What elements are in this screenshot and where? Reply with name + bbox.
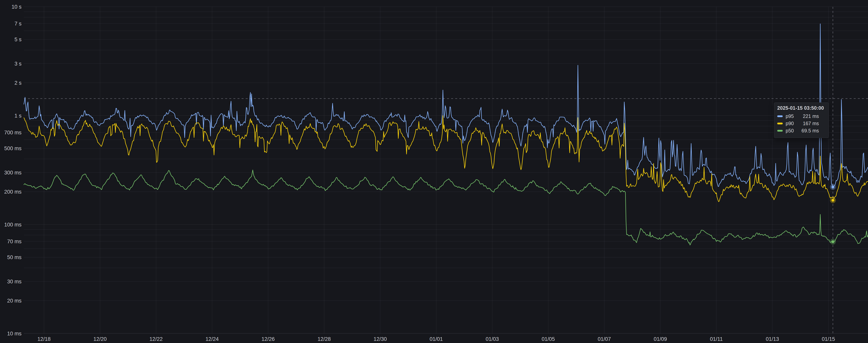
hover-point-p90	[832, 199, 834, 201]
x-axis-tick-label: 12/26	[261, 336, 275, 342]
x-axis-tick-label: 01/13	[766, 336, 779, 342]
y-axis-tick-label: 100 ms	[4, 222, 22, 228]
y-axis-tick-label: 20 ms	[7, 298, 22, 304]
x-axis-tick-label: 12/28	[317, 336, 331, 342]
y-axis-tick-label: 3 s	[14, 61, 22, 67]
y-axis-tick-label: 300 ms	[4, 170, 22, 176]
y-axis-tick-label: 500 ms	[4, 146, 22, 151]
y-axis-tick-label: 1 s	[14, 113, 22, 119]
series-value: 167 ms	[803, 121, 826, 126]
series-marker-p95	[777, 115, 783, 117]
y-axis-tick-label: 70 ms	[7, 239, 22, 244]
series-label: p95	[786, 114, 794, 119]
series-label: p90	[786, 121, 794, 126]
x-axis-tick-label: 01/09	[654, 336, 667, 342]
y-axis-tick-label: 10 s	[11, 4, 22, 10]
y-axis-tick-label: 50 ms	[7, 254, 22, 260]
x-axis-tick-label: 01/11	[710, 336, 723, 342]
series-value: 221 ms	[803, 114, 826, 119]
tooltip-row-p50: p50 69.5 ms	[777, 127, 826, 134]
latency-panel: 10 s7 s5 s3 s2 s1 s700 ms500 ms300 ms200…	[0, 0, 868, 343]
tooltip-row-p90: p90 167 ms	[777, 120, 826, 127]
x-axis-tick-label: 12/24	[206, 336, 219, 342]
series-marker-p50	[777, 130, 783, 132]
series-line-p90	[24, 116, 868, 201]
x-axis-tick-label: 01/15	[822, 336, 835, 342]
x-axis-tick-label: 12/22	[150, 336, 163, 342]
y-axis-tick-label: 10 ms	[7, 331, 22, 337]
x-axis-tick-label: 01/05	[542, 336, 555, 342]
tooltip-row-p95: p95 221 ms	[777, 113, 826, 120]
x-axis-tick-label: 12/18	[37, 336, 51, 342]
x-axis-tick-label: 12/30	[374, 336, 387, 342]
latency-chart[interactable]: 10 s7 s5 s3 s2 s1 s700 ms500 ms300 ms200…	[0, 0, 868, 343]
series-line-p95	[24, 24, 868, 188]
y-axis-tick-label: 200 ms	[4, 189, 22, 195]
x-axis-tick-label: 01/03	[486, 336, 499, 342]
y-axis-tick-label: 2 s	[14, 80, 22, 86]
x-axis-tick-label: 12/20	[94, 336, 107, 342]
y-axis-tick-label: 700 ms	[4, 130, 22, 135]
x-axis-tick-label: 01/01	[430, 336, 443, 342]
x-axis-tick-label: 01/07	[598, 336, 611, 342]
y-axis-tick-label: 30 ms	[7, 279, 22, 284]
tooltip-timestamp: 2025-01-15 03:50:00	[777, 105, 826, 111]
y-axis-tick-label: 7 s	[14, 21, 22, 27]
hover-point-p50	[832, 240, 834, 243]
series-value: 69.5 ms	[802, 128, 826, 133]
tooltip: 2025-01-15 03:50:00 p95 221 ms p90 167 m…	[774, 102, 829, 138]
hover-point-p95	[832, 186, 834, 188]
series-label: p50	[786, 128, 794, 133]
y-axis-tick-label: 5 s	[14, 37, 22, 42]
series-marker-p90	[777, 123, 783, 124]
